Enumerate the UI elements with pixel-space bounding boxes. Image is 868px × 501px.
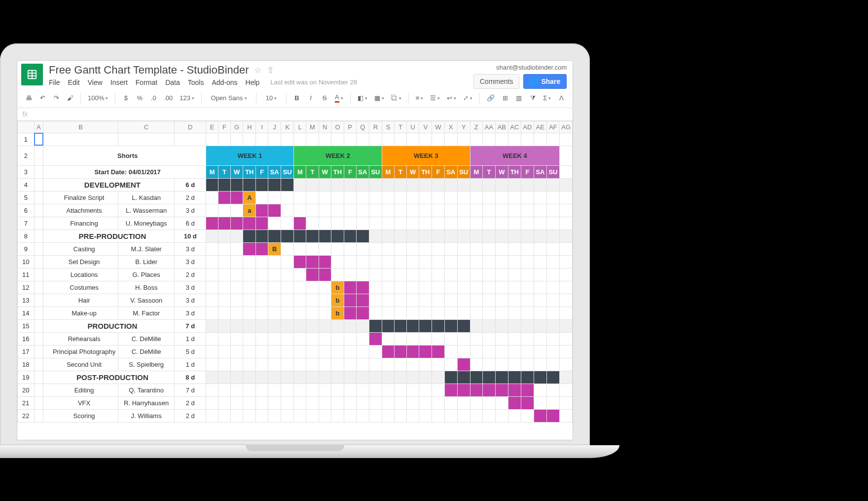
gantt-cell[interactable] xyxy=(395,242,407,255)
gantt-cell[interactable] xyxy=(344,230,356,242)
gantt-cell[interactable] xyxy=(256,242,268,255)
gantt-cell[interactable] xyxy=(294,242,306,255)
gantt-cell[interactable] xyxy=(444,255,457,268)
gantt-cell[interactable] xyxy=(406,281,419,294)
gantt-cell[interactable] xyxy=(508,384,521,396)
day-header[interactable]: F xyxy=(432,165,444,178)
wrap-button[interactable]: ↩ xyxy=(445,92,458,105)
gantt-cell[interactable] xyxy=(243,281,256,294)
gantt-cell[interactable] xyxy=(281,409,294,422)
gantt-cell[interactable] xyxy=(206,178,218,191)
gantt-cell[interactable] xyxy=(344,409,356,422)
day-header[interactable]: SU xyxy=(281,165,294,178)
gantt-cell[interactable] xyxy=(306,307,319,319)
task-duration[interactable]: 5 d xyxy=(175,345,206,358)
gantt-cell[interactable] xyxy=(521,345,534,358)
gantt-cell[interactable] xyxy=(457,178,470,191)
gantt-cell[interactable] xyxy=(482,217,495,230)
gantt-cell[interactable] xyxy=(206,294,218,307)
gantt-cell[interactable] xyxy=(482,294,495,307)
gantt-cell[interactable] xyxy=(457,371,470,384)
gantt-cell[interactable] xyxy=(432,307,444,319)
col-header[interactable]: L xyxy=(294,121,306,133)
gantt-cell[interactable] xyxy=(444,217,457,230)
task-owner[interactable]: L. Kasdan xyxy=(118,191,175,204)
gantt-cell[interactable] xyxy=(495,371,508,384)
gantt-cell[interactable] xyxy=(268,217,281,230)
gantt-cell[interactable] xyxy=(243,255,256,268)
gantt-cell[interactable] xyxy=(521,217,534,230)
task-name[interactable]: Editing xyxy=(43,384,118,396)
gantt-cell[interactable] xyxy=(306,242,319,255)
gantt-cell[interactable] xyxy=(281,281,294,294)
gantt-cell[interactable] xyxy=(218,396,231,409)
gantt-cell[interactable] xyxy=(319,133,331,146)
row-header[interactable]: 10 xyxy=(18,255,35,268)
gantt-cell[interactable] xyxy=(508,345,521,358)
col-header[interactable]: J xyxy=(268,121,281,133)
gantt-cell[interactable] xyxy=(444,281,457,294)
gantt-cell[interactable] xyxy=(495,133,508,146)
gantt-cell[interactable] xyxy=(294,281,306,294)
gantt-cell[interactable] xyxy=(218,345,231,358)
gantt-cell[interactable] xyxy=(230,307,243,319)
gantt-cell[interactable] xyxy=(243,409,256,422)
account-email[interactable]: shant@studiobinder.com xyxy=(496,64,567,71)
gantt-cell[interactable] xyxy=(306,371,319,384)
gantt-cell[interactable] xyxy=(495,358,508,371)
gantt-cell[interactable] xyxy=(457,268,470,281)
gantt-cell[interactable] xyxy=(495,396,508,409)
gantt-cell[interactable] xyxy=(419,294,432,307)
gantt-cell[interactable] xyxy=(331,332,344,345)
gantt-cell[interactable] xyxy=(534,332,546,345)
gantt-cell[interactable] xyxy=(218,307,231,319)
gantt-cell[interactable] xyxy=(508,294,521,307)
gantt-cell[interactable] xyxy=(218,217,231,230)
gantt-cell[interactable] xyxy=(230,178,243,191)
gantt-cell[interactable] xyxy=(344,384,356,396)
gantt-cell[interactable] xyxy=(356,281,369,294)
gantt-cell[interactable] xyxy=(508,281,521,294)
gantt-cell[interactable] xyxy=(356,345,369,358)
gantt-cell[interactable] xyxy=(382,242,394,255)
gantt-cell[interactable] xyxy=(256,409,268,422)
menu-insert[interactable]: Insert xyxy=(110,78,128,86)
gantt-cell[interactable] xyxy=(546,332,559,345)
gantt-cell[interactable] xyxy=(230,268,243,281)
gantt-cell[interactable] xyxy=(268,178,281,191)
gantt-cell[interactable] xyxy=(482,204,495,217)
gantt-cell[interactable] xyxy=(230,281,243,294)
gantt-cell[interactable] xyxy=(218,281,231,294)
day-header[interactable]: TH xyxy=(508,165,521,178)
gantt-cell[interactable] xyxy=(546,230,559,242)
day-header[interactable]: SU xyxy=(457,165,470,178)
gantt-cell[interactable] xyxy=(419,242,432,255)
gantt-cell[interactable] xyxy=(457,230,470,242)
gantt-cell[interactable] xyxy=(444,345,457,358)
gantt-cell[interactable] xyxy=(382,319,394,332)
fill-color-button[interactable]: ◧ xyxy=(356,92,369,105)
section-duration[interactable]: 8 d xyxy=(175,371,206,384)
borders-button[interactable]: ▦ xyxy=(372,92,386,105)
gantt-cell[interactable] xyxy=(444,178,457,191)
gantt-cell[interactable] xyxy=(508,307,521,319)
gantt-cell[interactable] xyxy=(521,358,534,371)
row-header[interactable]: 13 xyxy=(18,294,35,307)
gantt-cell[interactable] xyxy=(508,230,521,242)
gantt-cell[interactable] xyxy=(306,191,319,204)
gantt-cell[interactable] xyxy=(206,307,218,319)
gantt-cell[interactable] xyxy=(482,255,495,268)
gantt-cell[interactable] xyxy=(369,345,382,358)
row-header[interactable]: 20 xyxy=(18,384,35,396)
gantt-cell[interactable] xyxy=(268,332,281,345)
gantt-cell[interactable] xyxy=(218,191,231,204)
task-name[interactable]: Set Design xyxy=(43,255,118,268)
gantt-cell[interactable] xyxy=(319,345,331,358)
gantt-cell[interactable] xyxy=(508,396,521,409)
gantt-cell[interactable] xyxy=(406,191,419,204)
gantt-cell[interactable] xyxy=(406,204,419,217)
gantt-cell[interactable] xyxy=(382,255,394,268)
col-header[interactable]: A xyxy=(34,121,43,133)
gantt-cell[interactable] xyxy=(356,409,369,422)
gantt-cell[interactable] xyxy=(281,332,294,345)
